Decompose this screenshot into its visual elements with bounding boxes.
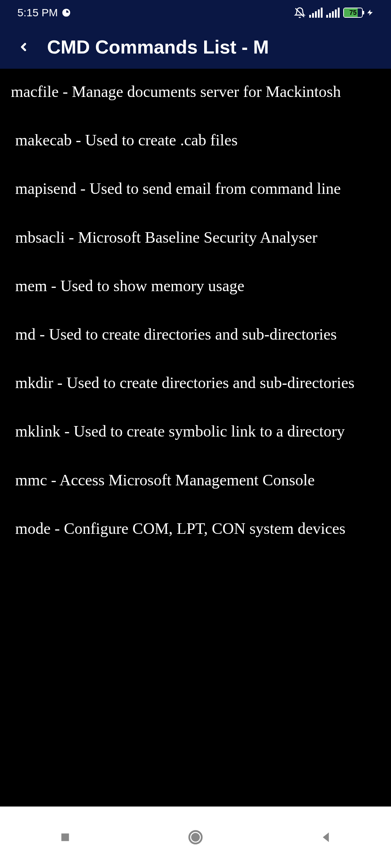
battery-icon: 75 <box>343 8 363 18</box>
command-list[interactable]: macfile - Manage documents server for Ma… <box>0 69 391 807</box>
navigation-bar <box>0 807 391 868</box>
nav-recents-button[interactable] <box>54 826 76 848</box>
page-title: CMD Commands List - M <box>47 36 269 58</box>
svg-point-4 <box>192 834 199 841</box>
sync-icon <box>62 8 71 17</box>
command-item: mbsacli - Microsoft Baseline Security An… <box>11 225 380 250</box>
back-button[interactable] <box>14 38 33 56</box>
nav-back-button[interactable] <box>315 826 337 848</box>
status-right: 75 <box>294 7 374 18</box>
command-item: macfile - Manage documents server for Ma… <box>11 80 380 104</box>
command-item: mem - Used to show memory usage <box>11 274 380 298</box>
app-header: CMD Commands List - M <box>0 25 391 69</box>
nav-home-button[interactable] <box>185 826 206 848</box>
command-item: md - Used to create directories and sub-… <box>11 322 380 347</box>
signal-icon-2 <box>326 8 340 18</box>
command-item: mklink - Used to create symbolic link to… <box>11 419 380 444</box>
command-item: mkdir - Used to create directories and s… <box>11 371 380 395</box>
command-item: mmc - Access Microsoft Management Consol… <box>11 468 380 493</box>
dnd-icon <box>294 7 306 18</box>
command-item: makecab - Used to create .cab files <box>11 128 380 153</box>
status-time: 5:15 PM <box>17 7 58 19</box>
svg-rect-2 <box>62 834 69 841</box>
signal-icon-1 <box>309 8 323 18</box>
command-item: mapisend - Used to send email from comma… <box>11 176 380 201</box>
status-left: 5:15 PM <box>17 7 71 19</box>
command-item: mode - Configure COM, LPT, CON system de… <box>11 516 380 541</box>
battery-level: 75 <box>349 9 357 17</box>
status-bar: 5:15 PM 75 <box>0 0 391 25</box>
charging-icon <box>366 8 374 18</box>
